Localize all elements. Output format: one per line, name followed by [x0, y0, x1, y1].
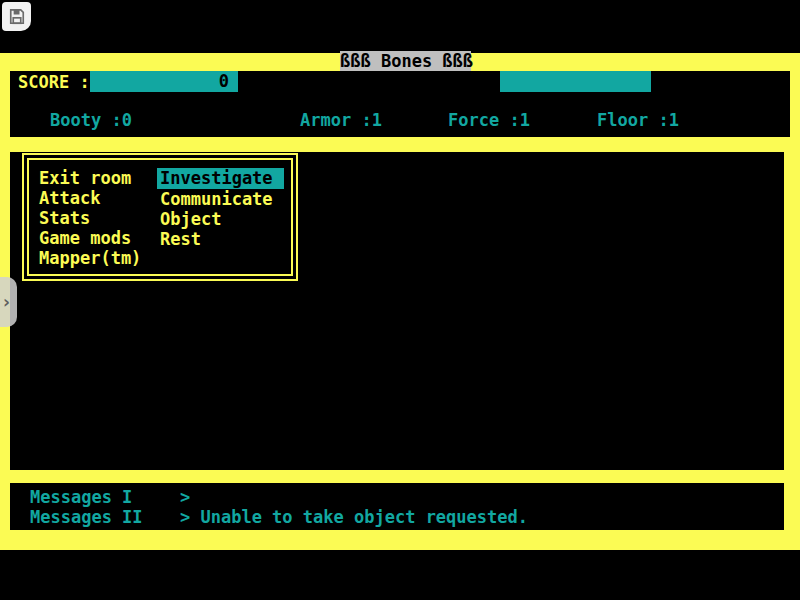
stat-armor: Armor :1	[300, 110, 382, 130]
menu-item-game-mods[interactable]: Game mods	[39, 228, 141, 248]
chevron-right-icon: ›	[3, 294, 10, 311]
sidebar-expand-handle[interactable]: ›	[0, 277, 17, 327]
save-button[interactable]	[2, 2, 31, 31]
action-menu: Exit room Attack Stats Game mods Mapper(…	[22, 153, 298, 281]
menu-column-right: Investigate Communicate Object Rest	[160, 168, 284, 249]
menu-item-attack[interactable]: Attack	[39, 188, 141, 208]
game-title-text: ßßß Bones ßßß	[340, 51, 473, 71]
score-label: SCORE :	[18, 72, 90, 92]
message-2-content: > Unable to take object requested.	[180, 508, 528, 526]
stat-force: Force :1	[448, 110, 530, 130]
menu-item-rest[interactable]: Rest	[160, 229, 284, 249]
score-value: 0	[219, 71, 229, 91]
menu-item-communicate[interactable]: Communicate	[160, 189, 284, 209]
hud-panel: SCORE : 0 Life Force :100 Booty :0 Armor…	[10, 71, 790, 137]
message-1-label: Messages I	[30, 488, 132, 506]
stat-booty: Booty :0	[50, 110, 132, 130]
save-floppy-icon	[7, 7, 27, 27]
menu-column-left: Exit room Attack Stats Game mods Mapper(…	[39, 168, 141, 268]
message-2-label: Messages II	[30, 508, 143, 526]
message-1-content: >	[180, 488, 190, 506]
score-bar: 0	[90, 71, 238, 92]
menu-item-investigate[interactable]: Investigate	[157, 168, 284, 189]
game-title: ßßß Bones ßßß	[340, 51, 471, 72]
game-screen: ßßß Bones ßßß SCORE : 0 Life Force :100 …	[0, 53, 800, 550]
menu-item-object[interactable]: Object	[160, 209, 284, 229]
life-force-indicator: Life Force :100	[500, 71, 651, 92]
life-force-text: Life Force :100	[561, 92, 715, 112]
messages-panel: Messages I > Messages II > Unable to tak…	[10, 483, 784, 530]
menu-item-exit-room[interactable]: Exit room	[39, 168, 141, 188]
menu-item-mapper[interactable]: Mapper(tm)	[39, 248, 141, 268]
menu-item-stats[interactable]: Stats	[39, 208, 141, 228]
main-game-area: Exit room Attack Stats Game mods Mapper(…	[10, 152, 784, 470]
stat-floor: Floor :1	[597, 110, 679, 130]
